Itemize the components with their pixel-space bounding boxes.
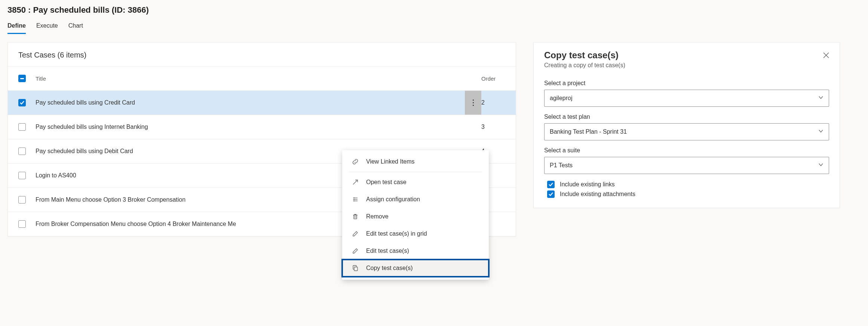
test-plan-dropdown[interactable]: Banking Test Plan - Sprint 31 — [544, 123, 829, 140]
pencil-icon — [352, 248, 359, 254]
chevron-down-icon — [818, 162, 823, 169]
svg-rect-16 — [354, 267, 358, 271]
svg-point-2 — [472, 105, 473, 106]
row-checkbox[interactable] — [18, 172, 26, 179]
side-panel-subtitle: Creating a copy of test case(s) — [544, 62, 829, 69]
svg-line-5 — [353, 180, 358, 184]
menu-item-label: Assign configuration — [366, 196, 420, 203]
open-icon — [352, 179, 359, 186]
suite-dropdown[interactable]: P1 Tests — [544, 157, 829, 174]
row-checkbox[interactable] — [18, 220, 26, 228]
project-label: Select a project — [544, 80, 829, 87]
copy-icon — [352, 265, 359, 271]
more-actions-button[interactable] — [465, 91, 481, 115]
test-plan-value: Banking Test Plan - Sprint 31 — [550, 128, 627, 135]
column-order[interactable]: Order — [481, 75, 507, 82]
tab-define[interactable]: Define — [7, 22, 26, 34]
suite-label: Select a suite — [544, 147, 829, 154]
select-all-checkbox[interactable] — [18, 75, 26, 82]
include-links-row[interactable]: Include existing links — [544, 181, 829, 188]
tab-chart[interactable]: Chart — [68, 22, 83, 34]
menu-separator — [349, 172, 482, 172]
svg-point-11 — [354, 201, 355, 201]
menu-item-label: Open test case — [366, 179, 407, 186]
menu-item-label: Remove — [366, 213, 389, 220]
table-header-row: Title Order — [8, 66, 516, 90]
include-attachments-checkbox[interactable] — [547, 190, 555, 198]
menu-item-remove[interactable]: Remove — [342, 208, 489, 225]
page-title: 3850 : Pay scheduled bills (ID: 3866) — [7, 5, 861, 15]
svg-rect-12 — [354, 215, 357, 219]
tab-execute[interactable]: Execute — [36, 22, 58, 34]
include-links-label: Include existing links — [560, 181, 615, 188]
trash-icon — [352, 213, 359, 220]
menu-item-view-linked-items[interactable]: View Linked Items — [342, 153, 489, 170]
row-title: Pay scheduled bills using Credit Card — [36, 99, 465, 106]
svg-point-0 — [472, 99, 473, 100]
svg-point-9 — [354, 198, 355, 198]
include-attachments-label: Include existing attachments — [560, 191, 635, 198]
table-row[interactable]: Pay scheduled bills using Credit Card2 — [8, 90, 516, 115]
menu-item-label: Edit test case(s) — [366, 248, 409, 254]
project-value: agileproj — [550, 95, 572, 102]
row-order: 3 — [481, 124, 507, 130]
row-checkbox[interactable] — [18, 99, 26, 106]
row-order: 2 — [481, 99, 507, 106]
row-checkbox[interactable] — [18, 148, 26, 155]
copy-test-case-panel: Copy test case(s) Creating a copy of tes… — [533, 42, 840, 208]
chevron-down-icon — [818, 95, 823, 102]
menu-item-open-test-case[interactable]: Open test case — [342, 174, 489, 191]
menu-item-edit-test-case-s[interactable]: Edit test case(s) — [342, 242, 489, 260]
chevron-down-icon — [818, 128, 823, 135]
menu-item-assign-configuration[interactable]: Assign configuration — [342, 191, 489, 208]
table-row[interactable]: Pay scheduled bills using Internet Banki… — [8, 115, 516, 139]
svg-point-1 — [472, 102, 473, 103]
close-icon[interactable] — [822, 52, 830, 60]
test-plan-label: Select a test plan — [544, 114, 829, 120]
side-panel-title: Copy test case(s) — [544, 50, 829, 60]
row-title: Pay scheduled bills using Internet Banki… — [36, 124, 481, 130]
link-icon — [352, 158, 359, 165]
menu-item-label: View Linked Items — [366, 158, 415, 165]
menu-item-copy-test-case-s[interactable]: Copy test case(s) — [342, 260, 489, 277]
project-dropdown[interactable]: agileproj — [544, 90, 829, 107]
menu-item-label: Edit test case(s) in grid — [366, 230, 427, 237]
context-menu: View Linked ItemsOpen test caseAssign co… — [342, 150, 489, 280]
include-links-checkbox[interactable] — [547, 181, 555, 188]
tabs: DefineExecuteChart — [7, 22, 861, 34]
config-icon — [352, 196, 359, 203]
row-checkbox[interactable] — [18, 123, 26, 131]
menu-item-label: Copy test case(s) — [366, 265, 412, 271]
row-checkbox[interactable] — [18, 196, 26, 204]
svg-point-10 — [354, 199, 355, 200]
menu-item-edit-test-case-s-in-grid[interactable]: Edit test case(s) in grid — [342, 225, 489, 242]
suite-value: P1 Tests — [550, 162, 573, 169]
include-attachments-row[interactable]: Include existing attachments — [544, 190, 829, 198]
column-title[interactable]: Title — [36, 75, 481, 82]
pencil-icon — [352, 230, 359, 237]
test-cases-heading: Test Cases (6 items) — [8, 43, 516, 66]
